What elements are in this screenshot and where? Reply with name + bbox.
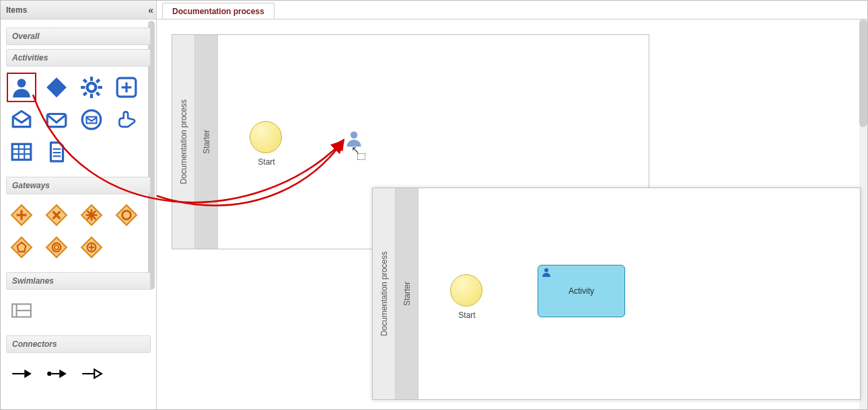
pool-title-text-2: Documentation process bbox=[379, 251, 389, 336]
svg-point-14 bbox=[82, 110, 101, 129]
group-overall[interactable]: Overall bbox=[6, 28, 151, 45]
plus-box-icon bbox=[115, 76, 138, 99]
pool-result-state[interactable]: Documentation process Starter Start Acti… bbox=[372, 188, 861, 400]
palette-gateway-exclusive[interactable] bbox=[42, 201, 71, 229]
gateway-event-parallel-icon bbox=[45, 236, 68, 259]
palette-gateway-complex[interactable] bbox=[77, 201, 106, 229]
palette-subprocess[interactable] bbox=[112, 73, 141, 101]
diamond-icon bbox=[45, 76, 68, 99]
hand-point-icon bbox=[115, 108, 138, 131]
palette-gateway-parallel[interactable] bbox=[7, 201, 36, 229]
svg-rect-16 bbox=[12, 144, 31, 159]
canvas-scrollbar-thumb[interactable] bbox=[859, 19, 867, 127]
group-swimlanes[interactable]: Swimlanes bbox=[6, 272, 151, 290]
items-sidebar: Items « Overall Activities bbox=[1, 1, 157, 409]
message-flow-icon bbox=[80, 362, 103, 385]
gateway-complex-icon bbox=[80, 204, 103, 227]
palette-business-rule[interactable] bbox=[42, 73, 71, 101]
palette-service-task[interactable] bbox=[77, 73, 106, 101]
palette-receive-task[interactable] bbox=[7, 106, 36, 134]
palette-send-task[interactable] bbox=[42, 106, 71, 134]
palette-sequence-flow[interactable] bbox=[7, 360, 36, 388]
palette-conditional-flow[interactable] bbox=[42, 360, 71, 388]
pool-title-bar[interactable]: Documentation process bbox=[172, 35, 195, 249]
user-icon bbox=[541, 267, 552, 278]
tab-label: Documentation process bbox=[172, 7, 264, 16]
palette-swimlanes bbox=[6, 292, 151, 331]
sidebar-title: Items bbox=[6, 5, 27, 15]
pool-title-text: Documentation process bbox=[179, 99, 188, 184]
document-icon bbox=[45, 140, 68, 163]
gateway-parallel-icon bbox=[10, 204, 33, 227]
palette-swimlane[interactable] bbox=[7, 296, 36, 325]
palette-script-task[interactable] bbox=[42, 138, 71, 166]
start-event-label: Start bbox=[246, 157, 287, 167]
palette-gateway-inclusive[interactable] bbox=[112, 201, 141, 229]
cursor-copy-badge bbox=[357, 153, 365, 160]
lane-title-bar[interactable]: Starter bbox=[195, 35, 218, 249]
palette-message-task[interactable] bbox=[77, 106, 106, 134]
tabbar: Documentation process bbox=[157, 1, 867, 19]
svg-point-44 bbox=[47, 372, 51, 376]
palette-gateway-event[interactable] bbox=[7, 233, 36, 261]
mail-icon bbox=[45, 108, 68, 131]
grid-icon bbox=[10, 140, 33, 163]
lane-title-text: Starter bbox=[202, 130, 211, 154]
start-event-2[interactable] bbox=[450, 274, 482, 306]
activity-user-task[interactable]: Activity bbox=[538, 265, 625, 317]
svg-marker-46 bbox=[59, 370, 67, 378]
lane-title-text-2: Starter bbox=[402, 282, 412, 306]
svg-point-50 bbox=[544, 268, 548, 272]
palette-manual-task[interactable] bbox=[112, 106, 141, 134]
user-icon bbox=[345, 129, 363, 148]
sequence-flow-icon bbox=[10, 362, 33, 385]
sidebar-body: Overall Activities bbox=[1, 19, 156, 409]
activity-label: Activity bbox=[569, 286, 594, 296]
start-event-label-2: Start bbox=[447, 311, 487, 320]
sidebar-header: Items « bbox=[1, 1, 156, 19]
svg-line-8 bbox=[96, 79, 99, 82]
gear-icon bbox=[80, 76, 103, 99]
svg-marker-43 bbox=[24, 370, 32, 378]
swimlane-icon bbox=[10, 299, 33, 322]
palette-gateways bbox=[6, 197, 151, 268]
drag-ghost-user-task bbox=[345, 129, 363, 150]
tab-documentation-process[interactable]: Documentation process bbox=[162, 3, 275, 19]
app-frame: Items « Overall Activities bbox=[0, 0, 868, 410]
pool-title-bar-2[interactable]: Documentation process bbox=[373, 188, 396, 399]
group-connectors[interactable]: Connectors bbox=[6, 335, 151, 353]
mail-circle-icon bbox=[80, 108, 103, 131]
start-event[interactable] bbox=[250, 121, 282, 153]
user-icon bbox=[10, 76, 33, 99]
gateway-event-icon bbox=[10, 236, 33, 259]
group-gateways[interactable]: Gateways bbox=[6, 177, 151, 194]
mail-open-icon bbox=[10, 108, 33, 131]
lane-title-bar-2[interactable]: Starter bbox=[396, 188, 419, 399]
conditional-flow-icon bbox=[45, 362, 68, 385]
svg-point-49 bbox=[351, 132, 358, 139]
svg-line-9 bbox=[83, 92, 86, 95]
svg-point-0 bbox=[17, 79, 26, 87]
gateway-parallel-event-icon bbox=[80, 236, 103, 259]
svg-marker-48 bbox=[94, 370, 102, 378]
group-activities[interactable]: Activities bbox=[6, 49, 151, 67]
collapse-sidebar-icon[interactable]: « bbox=[148, 5, 151, 15]
gateway-inclusive-icon bbox=[115, 204, 138, 227]
palette-gateway-parallel-event[interactable] bbox=[77, 233, 106, 261]
palette-table-task[interactable] bbox=[7, 138, 36, 166]
gateway-exclusive-icon bbox=[45, 204, 68, 227]
svg-line-6 bbox=[83, 79, 86, 82]
palette-message-flow[interactable] bbox=[77, 360, 106, 388]
palette-user-task[interactable] bbox=[7, 73, 36, 101]
palette-gateway-event-based[interactable] bbox=[42, 233, 71, 261]
svg-point-1 bbox=[87, 83, 96, 92]
palette-connectors bbox=[6, 356, 151, 395]
svg-line-7 bbox=[96, 92, 99, 95]
palette-activities bbox=[6, 69, 151, 173]
